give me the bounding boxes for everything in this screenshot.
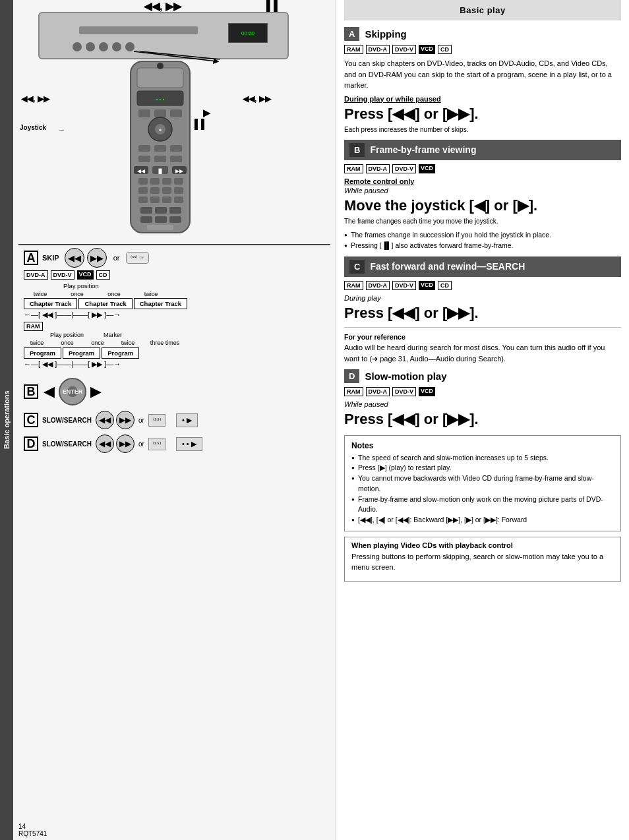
section-c-badges: RAM DVD-A DVD-V VCD CD (344, 281, 621, 290)
svg-rect-25 (162, 178, 171, 185)
for-ref-label: For your reference (344, 333, 621, 341)
section-c-divider (344, 327, 621, 328)
svg-rect-29 (162, 187, 171, 194)
search-buttons-d: ◀◀ ▶▶ (96, 435, 135, 453)
section-c-header: C Fast forward and rewind—SEARCH (344, 256, 621, 277)
badge-dvd-a-a: DVD-A (366, 45, 390, 54)
play-position-label: Play position (63, 282, 99, 289)
svg-rect-11 (138, 145, 150, 152)
remote-note: Remote control only (344, 177, 621, 185)
svg-rect-7 (170, 109, 182, 117)
svg-text:●: ● (158, 127, 162, 133)
section-d-badges: RAM DVD-A DVD-V VCD (344, 387, 621, 396)
dvd-v-badge: DVD-V (51, 270, 75, 280)
svg-rect-32 (150, 196, 160, 203)
slow-search-label-c: SLOW/SEARCH (42, 417, 92, 424)
hand-c: ⁽ˢˢ⁾ (148, 414, 165, 427)
or-text: or (113, 254, 120, 262)
section-a-title: Skipping (365, 28, 406, 40)
section-c-title: Fast forward and rewind—SEARCH (370, 261, 525, 272)
svg-rect-37 (169, 207, 181, 214)
svg-text:▶▶: ▶▶ (175, 168, 184, 174)
badge-cd-c: CD (438, 281, 452, 290)
vcd-badge: VCD (77, 270, 94, 280)
svg-rect-35 (140, 207, 152, 214)
diagram-b-section: B ◀ ENTER ▶ (18, 376, 330, 407)
section-d: D Slow-motion play RAM DVD-A DVD-V VCD W… (344, 369, 621, 428)
svg-text:◀◀: ◀◀ (137, 168, 146, 174)
page-number: 14 (18, 823, 26, 830)
skip-back-button[interactable]: ◀◀ (65, 248, 84, 268)
or-c: or (138, 417, 144, 424)
note-4: Frame-by-frame and slow-motion only work… (351, 495, 614, 516)
badge-ram-a: RAM (344, 45, 363, 54)
page-title: Basic play (344, 0, 621, 20)
enter-label: ENTER (67, 386, 78, 397)
svg-rect-30 (174, 187, 183, 194)
badge-vcd-c: VCD (419, 281, 435, 290)
joystick-circle: ENTER (59, 378, 86, 405)
section-d-letter: D (344, 369, 359, 383)
chapter-box-1: Chapter Track (24, 298, 77, 309)
svg-rect-24 (150, 178, 160, 185)
cd-badge: CD (96, 270, 110, 280)
section-a-letter: A (344, 27, 359, 41)
hand-d: ⁽ˢˢ⁾ (148, 438, 165, 450)
joystick-visual: ◀ ENTER ▶ (44, 378, 102, 405)
svg-rect-26 (174, 178, 183, 185)
section-c: C Fast forward and rewind—SEARCH RAM DVD… (344, 256, 621, 364)
skip-forward-button[interactable]: ▶▶ (87, 248, 107, 268)
badge-dvd-v-a: DVD-V (392, 45, 416, 54)
dvd-a-badge: DVD-A (24, 270, 48, 280)
chapter-track-diagram: Play position twice once once twice Chap… (24, 282, 325, 319)
program-arrows-row: ←—[ ◀◀ ]——|——[ ▶▶ ]—→ (24, 360, 325, 369)
section-b-title: Frame-by-frame viewing (370, 144, 476, 155)
badge-vcd-b: VCD (419, 164, 435, 173)
chapter-boxes-row: Chapter Track Chapter Track Chapter Trac… (24, 298, 325, 309)
section-a-subnote: Each press increases the number of skips… (344, 125, 621, 135)
svg-rect-41 (147, 225, 173, 230)
during-play-c: During play (344, 294, 621, 302)
remote-control: • • • ● ◀◀ (117, 58, 203, 237)
right-joystick-arrow[interactable]: ▶ (90, 383, 102, 400)
skip-badge-row: DVD-A DVD-V VCD CD (24, 270, 325, 280)
badge-dvd-v-d: DVD-V (392, 387, 416, 396)
svg-line-43 (140, 51, 220, 59)
search-back-c[interactable]: ◀◀ (96, 411, 114, 429)
svg-rect-27 (138, 187, 148, 194)
search-fwd-d[interactable]: ▶▶ (116, 435, 135, 453)
search-back-d[interactable]: ◀◀ (96, 435, 114, 453)
note-2: Press [▶] (play) to restart play. (351, 463, 614, 473)
search-fwd-c[interactable]: ▶▶ (116, 411, 135, 429)
note-1: The speed of search and slow-motion incr… (351, 453, 614, 464)
search-buttons-c: ◀◀ ▶▶ (96, 411, 135, 429)
diagram-c-section: C SLOW/SEARCH ◀◀ ▶▶ or ⁽ˢˢ⁾ • ▶ (18, 409, 330, 431)
program-box-1: Program (24, 347, 61, 359)
svg-rect-13 (170, 145, 182, 152)
section-b-letter: B (349, 143, 365, 157)
ram-freq-row: Play position Marker (24, 332, 325, 338)
playback-indicator-c: • ▶ (176, 413, 198, 427)
section-d-header: D Slow-motion play (344, 369, 621, 383)
vcd-body: Pressing buttons to perform skipping, se… (351, 551, 614, 573)
during-play-label: During play or while paused (344, 95, 621, 103)
ram-section: RAM Play position Marker twice once once… (24, 322, 325, 369)
badge-dvd-v-b: DVD-V (392, 164, 416, 173)
svg-rect-6 (154, 109, 166, 117)
chapter-box-2: Chapter Track (78, 298, 132, 309)
note-5: [◀◀], [◀] or [◀◀]: Backward [▶▶], [▶] or… (351, 515, 614, 525)
chapter-box-3: Chapter Track (134, 298, 187, 309)
pause-symbol: ▶ (203, 107, 210, 118)
left-joystick-arrow[interactable]: ◀ (44, 383, 55, 400)
svg-line-42 (134, 51, 216, 61)
section-c-instruction: Press [◀◀] or [▶▶]. (344, 305, 621, 322)
section-d-instruction: Press [◀◀] or [▶▶]. (344, 411, 621, 428)
slow-search-label-d: SLOW/SEARCH (42, 440, 92, 448)
diagram-d-section: D SLOW/SEARCH ◀◀ ▶▶ or ⁽ˢˢ⁾ • • ▶ (18, 433, 330, 454)
program-boxes-row: Program Program Program (24, 347, 325, 359)
svg-rect-28 (150, 187, 160, 194)
notes-title: Notes (351, 441, 614, 450)
right-panel: Basic play A Skipping RAM DVD-A DVD-V VC… (336, 0, 629, 840)
badge-ram-d: RAM (344, 387, 363, 396)
chapter-arrows-row: ←—[ ◀◀ ]——|——[ ▶▶ ]—→ (24, 311, 325, 319)
